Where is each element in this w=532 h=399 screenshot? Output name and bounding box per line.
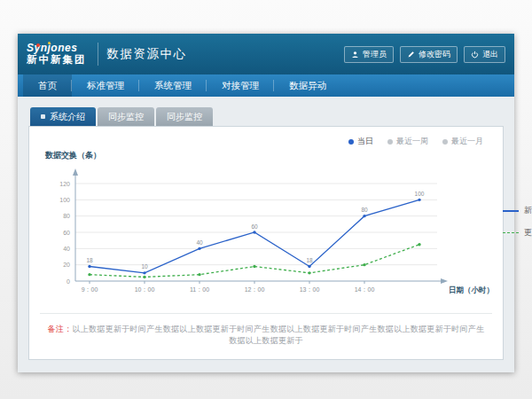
footnote-prefix: 备注： (48, 325, 73, 333)
svg-text:40: 40 (196, 239, 203, 246)
nav-item-label: 数据异动 (289, 80, 326, 92)
filter-dot-icon (442, 139, 448, 145)
admin-user-button[interactable]: 管理员 (344, 46, 394, 63)
svg-text:14：00: 14：00 (355, 286, 375, 293)
filter-dot-icon (348, 139, 354, 145)
app-window: Synjones 新中新集团 数据资源中心 管理员 修改密码 (18, 34, 514, 372)
y-axis-title: 数据交换（条） (45, 150, 492, 161)
tab-bar: 系统介绍 同步监控 同步监控 (28, 107, 504, 126)
chart-card: 当日 最近一周 最近一月 数据交换（条） 0204060801001209：00… (28, 126, 504, 360)
svg-text:20: 20 (63, 262, 70, 268)
svg-text:0: 0 (66, 278, 70, 285)
company-name: 新中新集团 (27, 54, 87, 66)
filter-label: 最近一周 (396, 136, 428, 147)
svg-text:120: 120 (59, 181, 70, 187)
edit-icon (407, 51, 415, 59)
tab-sync-monitor-2[interactable]: 同步监控 (156, 107, 213, 126)
nav-item-system-mgmt[interactable]: 系统管理 (139, 74, 207, 97)
svg-text:10: 10 (141, 263, 148, 270)
power-icon (471, 51, 479, 59)
footnote-text: 以上数据更新于时间产生数据以上数据更新于时间产生数据以上数据更新于时间产生数据以… (72, 325, 484, 345)
chart-wrap: 0204060801001209：0010：0011：0012：0013：001… (40, 162, 451, 297)
main-nav: 首页 标准管理 系统管理 对接管理 数据异动 (18, 74, 514, 97)
change-password-button[interactable]: 修改密码 (400, 46, 458, 63)
nav-item-data-changes[interactable]: 数据异动 (274, 74, 341, 97)
svg-text:13：00: 13：00 (300, 286, 320, 293)
svg-text:60: 60 (63, 230, 70, 236)
tab-sync-monitor-1[interactable]: 同步监控 (98, 107, 154, 126)
series-legend: 新增数据 更新数据 (503, 205, 532, 239)
nav-item-label: 首页 (38, 80, 57, 92)
content-area: 系统介绍 同步监控 同步监控 当日 最近一周 (18, 97, 514, 372)
svg-text:18: 18 (306, 257, 313, 263)
change-password-label: 修改密码 (419, 49, 450, 60)
nav-item-label: 系统管理 (154, 80, 192, 92)
svg-text:100: 100 (415, 191, 425, 197)
filter-last-month[interactable]: 最近一月 (442, 136, 483, 147)
tab-bullet-icon (41, 114, 45, 119)
x-axis-title: 日期（小时） (449, 286, 494, 296)
nav-item-home[interactable]: 首页 (23, 74, 72, 97)
legend-label: 新增数据 (524, 205, 532, 216)
tab-label: 同步监控 (108, 111, 144, 123)
svg-text:11：00: 11：00 (190, 286, 209, 293)
solid-line-swatch-icon (503, 210, 519, 212)
legend-new-data[interactable]: 新增数据 (503, 205, 532, 216)
page-title: 数据资源中心 (107, 46, 187, 62)
app-header: Synjones 新中新集团 数据资源中心 管理员 修改密码 (18, 34, 514, 74)
tab-system-intro[interactable]: 系统介绍 (30, 107, 96, 126)
svg-text:10：00: 10：00 (135, 286, 155, 293)
legend-updated-data[interactable]: 更新数据 (503, 227, 532, 239)
logout-label: 退出 (482, 49, 498, 60)
filter-label: 最近一月 (451, 136, 483, 147)
nav-item-connection-mgmt[interactable]: 对接管理 (207, 74, 274, 97)
user-icon (351, 51, 359, 59)
svg-text:80: 80 (63, 213, 70, 219)
nav-item-label: 标准管理 (87, 80, 124, 92)
tab-label: 同步监控 (167, 111, 202, 123)
filter-today[interactable]: 当日 (348, 136, 373, 147)
line-chart: 0204060801001209：0010：0011：0012：0013：001… (40, 162, 451, 297)
svg-text:9：00: 9：00 (82, 286, 98, 293)
chart-range-filters: 当日 最近一周 最近一月 (40, 134, 492, 147)
svg-text:40: 40 (63, 246, 70, 252)
header-divider (98, 43, 98, 66)
svg-text:80: 80 (361, 207, 368, 213)
nav-item-label: 对接管理 (222, 80, 259, 92)
brand-logo: Synjones 新中新集团 (27, 43, 89, 66)
filter-label: 当日 (357, 136, 373, 147)
svg-text:18: 18 (86, 257, 93, 263)
svg-text:60: 60 (251, 223, 258, 230)
tab-label: 系统介绍 (50, 111, 85, 123)
filter-last-week[interactable]: 最近一周 (387, 136, 428, 147)
svg-text:100: 100 (59, 197, 70, 203)
dashed-line-swatch-icon (503, 232, 519, 233)
admin-user-label: 管理员 (363, 49, 387, 60)
filter-dot-icon (387, 139, 393, 145)
chart-row: 0204060801001209：0010：0011：0012：0013：001… (40, 162, 492, 297)
footnote: 备注：以上数据更新于时间产生数据以上数据更新于时间产生数据以上数据更新于时间产生… (40, 313, 492, 350)
desktop-background: Synjones 新中新集团 数据资源中心 管理员 修改密码 (0, 0, 532, 399)
logout-button[interactable]: 退出 (464, 46, 505, 63)
nav-item-standard-mgmt[interactable]: 标准管理 (72, 74, 139, 97)
legend-label: 更新数据 (524, 227, 532, 239)
svg-text:12：00: 12：00 (245, 286, 265, 293)
